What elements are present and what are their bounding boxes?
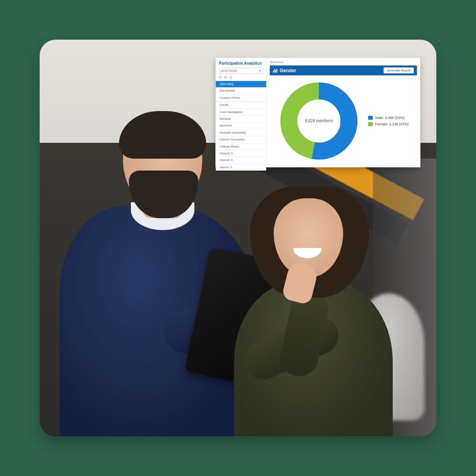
analytics-title: Participation Analytics — [216, 60, 266, 68]
sidebar-item-credit[interactable]: Credit — [216, 102, 266, 108]
chart-area: 6,624 members Male: 3,485 (53%) Female: … — [270, 78, 417, 164]
nav-primary: SummaryEnrollmentCustom Fields — [216, 81, 266, 101]
legend-swatch-female — [368, 122, 373, 126]
sidebar-item-accident[interactable]: Accident — [216, 122, 266, 129]
analytics-panel: Participation Analytics 01/07/2023 ▾ ⚲ ⟳… — [215, 58, 420, 167]
sidebar-item-cancer-4[interactable]: Cancer 4 — [216, 157, 266, 163]
date-select[interactable]: 01/07/2023 ▾ — [219, 68, 263, 74]
legend-label-male: Male: 3,485 (53%) — [375, 116, 405, 120]
donut-arc-female — [289, 91, 349, 151]
analytics-sidebar: Participation Analytics 01/07/2023 ▾ ⚲ ⟳… — [216, 58, 267, 167]
legend-swatch-male — [368, 116, 373, 120]
sidebar-item-enrollment[interactable]: Enrollment — [216, 87, 266, 94]
toolbar-icons: ⚲ ⟳ ⎙ — [216, 75, 266, 81]
chart-legend: Male: 3,485 (53%) Female: 3,139 (47%) — [368, 116, 409, 126]
filter-icon[interactable]: ⚲ — [219, 75, 222, 79]
bar-chart-icon — [273, 69, 277, 73]
sidebar-item-cancer-insurance[interactable]: Cancer Insurance — [216, 136, 266, 143]
legend-item-male: Male: 3,485 (53%) — [368, 116, 409, 120]
sidebar-item-cancer-3[interactable]: Cancer 3 — [216, 150, 266, 157]
refresh-icon[interactable]: ⟳ — [224, 75, 227, 79]
gender-title: Gender — [280, 68, 296, 73]
hero-card: Participation Analytics 01/07/2023 ▾ ⚲ ⟳… — [40, 40, 436, 436]
woman-figure — [226, 163, 397, 436]
analytics-main: Summary Gender Generate Report 6,624 me — [267, 58, 420, 167]
man-hair — [119, 111, 206, 159]
sidebar-item-custom-fields[interactable]: Custom Fields — [216, 94, 266, 101]
sidebar-item-summary[interactable]: Summary — [216, 81, 266, 87]
nav-secondary: CreditCare NavigationMedicalAccidentHosp… — [216, 102, 266, 171]
sidebar-item-critical-illness[interactable]: Critical Illness — [216, 143, 266, 150]
legend-label-female: Female: 3,139 (47%) — [375, 122, 409, 126]
sidebar-item-hospital-indemnity[interactable]: Hospital Indemnity — [216, 129, 266, 136]
print-icon[interactable]: ⎙ — [230, 75, 232, 79]
breadcrumb: Summary — [270, 60, 417, 65]
generate-report-button[interactable]: Generate Report — [384, 67, 414, 73]
sidebar-item-cancer-5[interactable]: cancer 5 — [216, 164, 266, 171]
gender-donut-chart: 6,624 members — [279, 81, 359, 161]
gender-header: Gender Generate Report — [270, 65, 417, 75]
date-value: 01/07/2023 — [221, 69, 237, 73]
legend-item-female: Female: 3,139 (47%) — [368, 122, 409, 126]
chevron-down-icon: ▾ — [259, 69, 261, 73]
sidebar-item-medical[interactable]: Medical — [216, 115, 266, 122]
sidebar-item-care-navigation[interactable]: Care Navigation — [216, 109, 266, 115]
